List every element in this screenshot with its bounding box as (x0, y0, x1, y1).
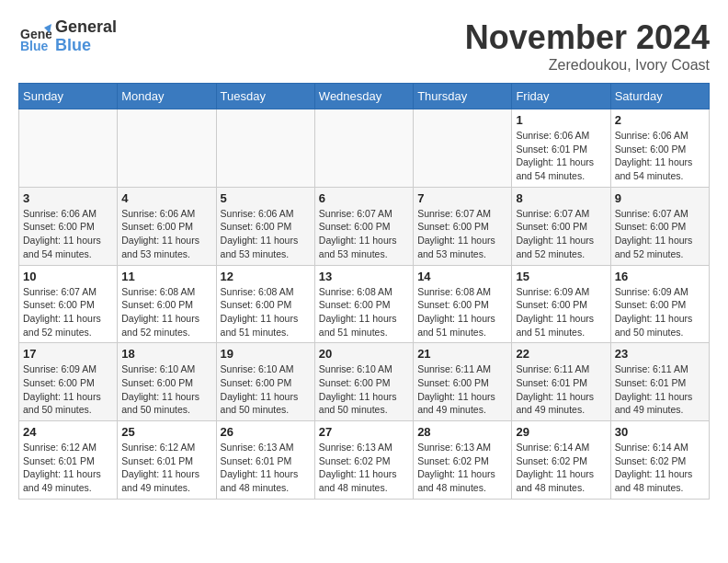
week-row-3: 10Sunrise: 6:07 AMSunset: 6:00 PMDayligh… (19, 265, 710, 343)
day-info: Sunrise: 6:11 AMSunset: 6:01 PMDaylight:… (516, 362, 606, 417)
day-number: 30 (615, 425, 705, 439)
week-row-1: 1Sunrise: 6:06 AMSunset: 6:01 PMDaylight… (19, 109, 710, 188)
day-info: Sunrise: 6:12 AMSunset: 6:01 PMDaylight:… (121, 441, 211, 495)
day-cell: 7Sunrise: 6:07 AMSunset: 6:00 PMDaylight… (414, 187, 512, 265)
day-number: 4 (121, 191, 211, 205)
day-cell: 23Sunrise: 6:11 AMSunset: 6:01 PMDayligh… (610, 343, 709, 421)
day-number: 14 (417, 270, 507, 283)
day-cell: 13Sunrise: 6:08 AMSunset: 6:00 PMDayligh… (314, 265, 413, 343)
day-info: Sunrise: 6:06 AMSunset: 6:00 PMDaylight:… (121, 207, 211, 261)
day-cell: 9Sunrise: 6:07 AMSunset: 6:00 PMDaylight… (610, 187, 709, 265)
day-info: Sunrise: 6:14 AMSunset: 6:02 PMDaylight:… (615, 441, 705, 495)
day-info: Sunrise: 6:06 AMSunset: 6:00 PMDaylight:… (615, 129, 705, 183)
day-info: Sunrise: 6:13 AMSunset: 6:01 PMDaylight:… (221, 441, 311, 495)
day-info: Sunrise: 6:08 AMSunset: 6:00 PMDaylight:… (417, 285, 507, 339)
day-cell: 27Sunrise: 6:13 AMSunset: 6:02 PMDayligh… (314, 421, 413, 500)
day-number: 1 (516, 113, 606, 127)
day-cell (314, 109, 413, 188)
day-cell: 12Sunrise: 6:08 AMSunset: 6:00 PMDayligh… (216, 265, 314, 343)
day-cell: 11Sunrise: 6:08 AMSunset: 6:00 PMDayligh… (118, 265, 216, 343)
day-info: Sunrise: 6:07 AMSunset: 6:00 PMDaylight:… (417, 207, 507, 261)
day-number: 2 (615, 113, 705, 127)
svg-text:Blue: Blue (20, 39, 49, 53)
day-cell: 21Sunrise: 6:11 AMSunset: 6:00 PMDayligh… (414, 343, 512, 421)
day-number: 3 (23, 191, 113, 205)
title-block: November 2024 Zeredoukou, Ivory Coast (465, 18, 710, 74)
day-number: 16 (615, 270, 705, 283)
day-cell: 6Sunrise: 6:07 AMSunset: 6:00 PMDaylight… (314, 187, 413, 265)
day-number: 20 (319, 347, 409, 361)
weekday-header-saturday: Saturday (610, 84, 709, 109)
day-info: Sunrise: 6:09 AMSunset: 6:00 PMDaylight:… (516, 285, 606, 339)
day-cell: 2Sunrise: 6:06 AMSunset: 6:00 PMDaylight… (610, 109, 709, 188)
day-info: Sunrise: 6:06 AMSunset: 6:00 PMDaylight:… (221, 207, 311, 261)
day-cell: 20Sunrise: 6:10 AMSunset: 6:00 PMDayligh… (314, 343, 413, 421)
day-cell: 14Sunrise: 6:08 AMSunset: 6:00 PMDayligh… (414, 265, 512, 343)
day-number: 8 (516, 191, 606, 205)
weekday-header-tuesday: Tuesday (216, 84, 314, 109)
day-info: Sunrise: 6:08 AMSunset: 6:00 PMDaylight:… (121, 285, 211, 339)
day-number: 24 (23, 425, 113, 439)
day-info: Sunrise: 6:09 AMSunset: 6:00 PMDaylight:… (615, 285, 705, 339)
day-cell (118, 109, 216, 188)
day-cell: 1Sunrise: 6:06 AMSunset: 6:01 PMDaylight… (512, 109, 610, 188)
logo-line1: General (55, 18, 117, 37)
logo: General Blue General Blue (18, 18, 117, 55)
logo-line2: Blue (55, 37, 117, 55)
day-cell (19, 109, 118, 188)
week-row-5: 24Sunrise: 6:12 AMSunset: 6:01 PMDayligh… (19, 421, 710, 500)
day-info: Sunrise: 6:06 AMSunset: 6:01 PMDaylight:… (516, 129, 606, 183)
day-cell: 29Sunrise: 6:14 AMSunset: 6:02 PMDayligh… (512, 421, 610, 500)
logo-text: General Blue (55, 18, 117, 55)
day-info: Sunrise: 6:11 AMSunset: 6:00 PMDaylight:… (417, 362, 507, 417)
day-info: Sunrise: 6:07 AMSunset: 6:00 PMDaylight:… (319, 207, 409, 261)
week-row-2: 3Sunrise: 6:06 AMSunset: 6:00 PMDaylight… (19, 187, 710, 265)
day-cell: 18Sunrise: 6:10 AMSunset: 6:00 PMDayligh… (118, 343, 216, 421)
day-cell: 30Sunrise: 6:14 AMSunset: 6:02 PMDayligh… (610, 421, 709, 500)
day-info: Sunrise: 6:06 AMSunset: 6:00 PMDaylight:… (23, 207, 113, 261)
day-cell: 4Sunrise: 6:06 AMSunset: 6:00 PMDaylight… (118, 187, 216, 265)
day-cell (414, 109, 512, 188)
day-cell: 10Sunrise: 6:07 AMSunset: 6:00 PMDayligh… (19, 265, 118, 343)
day-cell: 28Sunrise: 6:13 AMSunset: 6:02 PMDayligh… (414, 421, 512, 500)
weekday-header-friday: Friday (512, 84, 610, 109)
day-info: Sunrise: 6:11 AMSunset: 6:01 PMDaylight:… (615, 362, 705, 417)
day-cell: 16Sunrise: 6:09 AMSunset: 6:00 PMDayligh… (610, 265, 709, 343)
day-info: Sunrise: 6:10 AMSunset: 6:00 PMDaylight:… (319, 362, 409, 417)
day-cell: 24Sunrise: 6:12 AMSunset: 6:01 PMDayligh… (19, 421, 118, 500)
day-number: 9 (615, 191, 705, 205)
day-info: Sunrise: 6:14 AMSunset: 6:02 PMDaylight:… (516, 441, 606, 495)
day-cell: 3Sunrise: 6:06 AMSunset: 6:00 PMDaylight… (19, 187, 118, 265)
day-cell: 17Sunrise: 6:09 AMSunset: 6:00 PMDayligh… (19, 343, 118, 421)
day-number: 15 (516, 270, 606, 283)
day-info: Sunrise: 6:08 AMSunset: 6:00 PMDaylight:… (221, 285, 311, 339)
day-info: Sunrise: 6:12 AMSunset: 6:01 PMDaylight:… (23, 441, 113, 495)
day-number: 28 (417, 425, 507, 439)
day-cell (216, 109, 314, 188)
day-info: Sunrise: 6:10 AMSunset: 6:00 PMDaylight:… (121, 362, 211, 417)
day-info: Sunrise: 6:13 AMSunset: 6:02 PMDaylight:… (417, 441, 507, 495)
logo-icon: General Blue (18, 20, 51, 53)
day-number: 19 (221, 347, 311, 361)
day-cell: 26Sunrise: 6:13 AMSunset: 6:01 PMDayligh… (216, 421, 314, 500)
location: Zeredoukou, Ivory Coast (465, 57, 710, 74)
day-info: Sunrise: 6:09 AMSunset: 6:00 PMDaylight:… (23, 362, 113, 417)
day-number: 17 (23, 347, 113, 361)
weekday-header-thursday: Thursday (414, 84, 512, 109)
day-info: Sunrise: 6:10 AMSunset: 6:00 PMDaylight:… (221, 362, 311, 417)
day-number: 18 (121, 347, 211, 361)
page-header: General Blue General Blue November 2024 … (18, 18, 710, 74)
day-info: Sunrise: 6:13 AMSunset: 6:02 PMDaylight:… (319, 441, 409, 495)
day-number: 12 (221, 270, 311, 283)
day-number: 27 (319, 425, 409, 439)
day-info: Sunrise: 6:07 AMSunset: 6:00 PMDaylight:… (615, 207, 705, 261)
day-info: Sunrise: 6:08 AMSunset: 6:00 PMDaylight:… (319, 285, 409, 339)
day-number: 10 (23, 270, 113, 283)
day-cell: 5Sunrise: 6:06 AMSunset: 6:00 PMDaylight… (216, 187, 314, 265)
day-number: 7 (417, 191, 507, 205)
day-cell: 19Sunrise: 6:10 AMSunset: 6:00 PMDayligh… (216, 343, 314, 421)
weekday-header-sunday: Sunday (19, 84, 118, 109)
day-cell: 8Sunrise: 6:07 AMSunset: 6:00 PMDaylight… (512, 187, 610, 265)
day-number: 11 (121, 270, 211, 283)
day-number: 23 (615, 347, 705, 361)
